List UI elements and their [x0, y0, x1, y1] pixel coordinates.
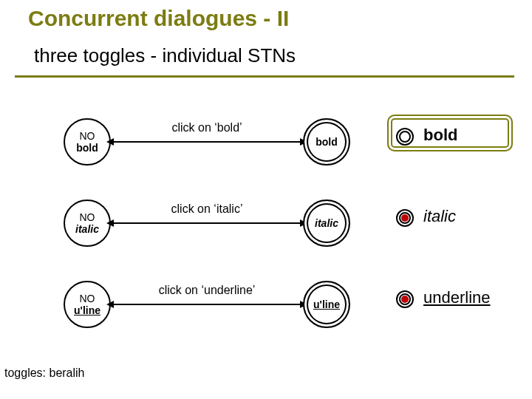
- state-label-underline: u'line: [65, 304, 109, 316]
- title-rule: [15, 75, 514, 78]
- transition-label: click on ‘italic’: [111, 202, 303, 216]
- state-label-no: NO: [65, 130, 109, 142]
- arrow-left-icon: [106, 138, 114, 146]
- state-label-no: NO: [65, 293, 109, 304]
- radio-italic[interactable]: [396, 209, 414, 227]
- state-label: bold: [304, 136, 349, 148]
- radio-dot-icon: [401, 296, 409, 303]
- state-italic: italic: [303, 200, 350, 247]
- state-label: u'line: [304, 299, 349, 310]
- radio-dot-icon: [401, 214, 409, 222]
- transition-arrow: [111, 304, 303, 305]
- slide-subtitle: three toggles - individual STNs: [34, 44, 296, 67]
- stn-row-underline: NO u'line click on ‘underline’ u'line un…: [0, 266, 532, 347]
- state-no-bold: NO bold: [64, 118, 111, 166]
- state-label-no: NO: [65, 211, 109, 223]
- radio-ring-icon: [399, 131, 411, 143]
- state-no-underline: NO u'line: [64, 281, 111, 328]
- transition-arrow: [111, 222, 303, 224]
- transition-arrow: [111, 141, 303, 143]
- radio-underline[interactable]: [396, 290, 414, 308]
- transition-label: click on ‘underline’: [111, 284, 303, 297]
- transition-label: click on ‘bold’: [111, 121, 303, 134]
- stn-row-bold: NO bold click on ‘bold’ bold bold: [0, 103, 532, 185]
- stn-row-italic: NO italic click on ‘italic’ italic itali…: [0, 185, 532, 266]
- state-label-italic: italic: [65, 223, 109, 235]
- footnote: toggles: beralih: [4, 366, 85, 380]
- state-underline: u'line: [303, 281, 350, 328]
- arrow-left-icon: [106, 219, 114, 227]
- state-no-italic: NO italic: [64, 200, 111, 247]
- option-label-underline: underline: [423, 288, 491, 307]
- state-label: italic: [304, 217, 349, 229]
- arrow-left-icon: [106, 301, 114, 308]
- option-label-italic: italic: [423, 207, 456, 226]
- state-label-bold: bold: [65, 142, 109, 154]
- radio-bold[interactable]: [396, 128, 414, 146]
- state-bold: bold: [303, 118, 350, 166]
- option-label-bold: bold: [423, 126, 457, 145]
- slide-title: Concurrent dialogues - II: [28, 6, 289, 31]
